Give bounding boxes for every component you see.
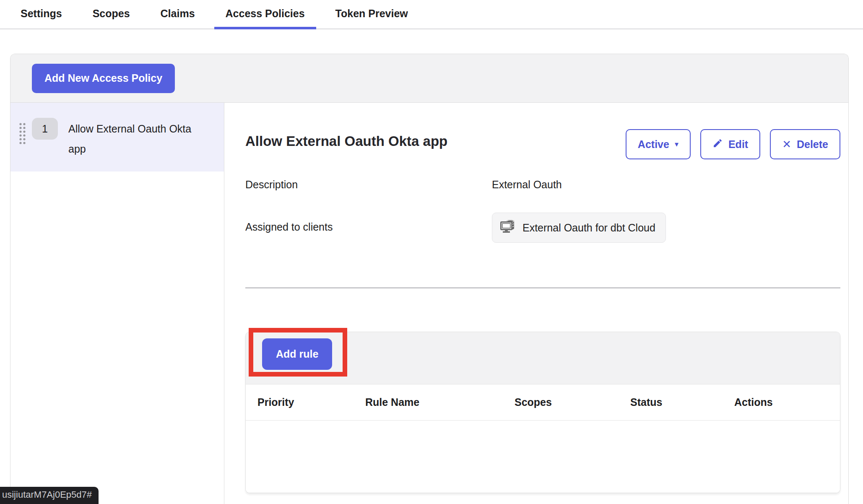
- assigned-clients-row: Assigned to clients: [245, 213, 840, 243]
- description-label: Description: [245, 179, 492, 191]
- edit-button-label: Edit: [728, 138, 748, 151]
- policy-priority-badge: 1: [32, 118, 58, 140]
- pencil-icon: [712, 138, 723, 151]
- tab-settings[interactable]: Settings: [9, 0, 73, 29]
- policy-list-item[interactable]: 1 Allow External Oauth Okta app: [10, 103, 224, 171]
- tab-claims[interactable]: Claims: [149, 0, 206, 29]
- tab-token-preview[interactable]: Token Preview: [324, 0, 419, 29]
- column-rule-name: Rule Name: [365, 396, 515, 408]
- panel-header: Add New Access Policy: [10, 54, 848, 103]
- client-chip: External Oauth for dbt Cloud: [492, 213, 666, 243]
- column-priority: Priority: [257, 396, 365, 408]
- page: Settings Scopes Claims Access Policies T…: [0, 0, 863, 504]
- client-chip-label: External Oauth for dbt Cloud: [522, 222, 655, 234]
- computer-icon: [500, 219, 517, 236]
- column-status: Status: [630, 396, 734, 408]
- tab-bar: Settings Scopes Claims Access Policies T…: [0, 0, 863, 29]
- policy-action-buttons: Active ▾ Edit ✕: [626, 129, 840, 159]
- drag-handle-icon[interactable]: [19, 122, 26, 147]
- annotation-highlight-box: Add rule: [249, 328, 347, 377]
- tab-scopes[interactable]: Scopes: [81, 0, 141, 29]
- chevron-down-icon: ▾: [675, 140, 678, 148]
- tab-access-policies[interactable]: Access Policies: [214, 0, 316, 29]
- edit-button[interactable]: Edit: [700, 129, 760, 159]
- assigned-clients-label: Assigned to clients: [245, 213, 492, 233]
- column-scopes: Scopes: [515, 396, 630, 408]
- status-dropdown-label: Active: [638, 138, 669, 151]
- rules-table-card: Add rule Priority Rule Name Scopes Statu…: [245, 332, 840, 493]
- delete-button[interactable]: ✕ Delete: [770, 129, 840, 159]
- close-icon: ✕: [782, 139, 791, 150]
- policy-detail: Allow External Oauth Okta app Active ▾: [224, 103, 848, 504]
- description-value: External Oauth: [492, 179, 840, 191]
- description-row: Description External Oauth: [245, 179, 840, 191]
- status-dropdown-button[interactable]: Active ▾: [626, 129, 691, 159]
- add-new-access-policy-button[interactable]: Add New Access Policy: [32, 64, 175, 93]
- access-policies-panel: Add New Access Policy: [10, 54, 849, 504]
- column-actions: Actions: [734, 396, 840, 408]
- policy-name: Allow External Oauth Okta app: [68, 118, 192, 159]
- section-divider: [245, 287, 840, 288]
- rules-table-header: Priority Rule Name Scopes Status Actions: [246, 384, 840, 421]
- policy-detail-fields: Description External Oauth Assigned to c…: [245, 179, 840, 243]
- rules-table-empty-body: [246, 421, 840, 493]
- panel-body: 1 Allow External Oauth Okta app Allow Ex…: [10, 103, 848, 504]
- delete-button-label: Delete: [797, 138, 828, 151]
- link-preview-tooltip: usijiutarM7Aj0Ep5d7#: [0, 487, 99, 504]
- policy-list: 1 Allow External Oauth Okta app: [10, 103, 224, 504]
- rules-toolbar: Add rule: [246, 332, 840, 384]
- add-rule-button[interactable]: Add rule: [262, 338, 332, 370]
- policy-title: Allow External Oauth Okta app: [245, 129, 447, 149]
- policy-detail-header: Allow External Oauth Okta app Active ▾: [245, 129, 840, 159]
